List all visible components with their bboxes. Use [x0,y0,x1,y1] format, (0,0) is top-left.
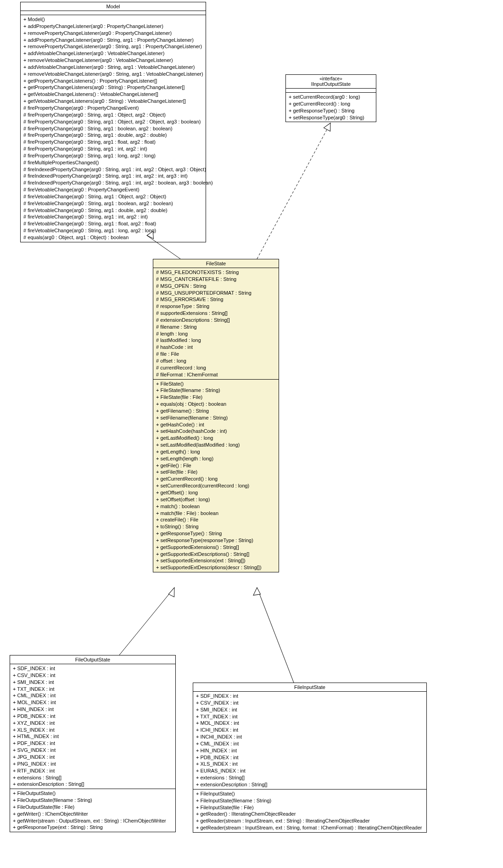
uml-member: + getSupportedExtDescriptions() : String… [156,551,276,558]
uml-member: # MSG_OPEN : String [156,283,276,290]
uml-member: # fireIndexedPropertyChange(arg0 : Strin… [23,173,203,179]
uml-member: + extensionDescription : String[] [196,781,424,788]
uml-member: + CML_INDEX : int [13,692,173,699]
uml-member: # fireIndexedPropertyChange(arg0 : Strin… [23,166,203,173]
class-filestate: FileState # MSG_FILEDONOTEXISTS : String… [153,259,279,572]
uml-member: + removePropertyChangeListener(arg0 : St… [23,43,203,50]
uml-member: + JPG_INDEX : int [13,754,173,761]
uml-member: # fireVetoableChange(arg0 : String, arg1… [23,213,203,220]
uml-member: + SMI_INDEX : int [196,706,424,713]
uml-member: # responseType : String [156,303,276,310]
uml-member: + getWriter(stream : OutputStream, ext :… [13,818,173,824]
uml-member: + removePropertyChangeListener(arg0 : Pr… [23,30,203,37]
uml-member: + SMI_INDEX : int [13,679,173,686]
uml-member: + Model() [23,16,203,23]
uml-member: + SVG_INDEX : int [13,747,173,754]
uml-member: + getReader() : IIteratingChemObjectRead… [196,811,424,818]
uml-member: + getLastModified() : long [156,435,276,442]
uml-member: + setOffset(offset : long) [156,496,276,503]
uml-member: + PNG_INDEX : int [13,761,173,767]
uml-member: # fireVetoableChange(arg0 : String, arg1… [23,207,203,214]
uml-member: # equals(arg0 : Object, arg1 : Object) :… [23,234,203,241]
uml-member: # fireVetoableChange(arg0 : PropertyChan… [23,186,203,193]
uml-member: # MSG_ERRORSAVE : String [156,296,276,303]
uml-member: # fileFormat : IChemFormat [156,371,276,378]
uml-member: # length : long [156,330,276,337]
operations-section: + FileState()+ FileState(filename : Stri… [153,380,279,572]
class-fileinputstate: FileInputState + SDF_INDEX : int+ CSV_IN… [193,683,427,833]
uml-member: + getCurrentRecord() : long [156,476,276,482]
uml-member: # lastModified : long [156,337,276,344]
uml-member: + setFile(file : File) [156,469,276,476]
uml-member: + PDF_INDEX : int [13,740,173,747]
uml-member: + match() : boolean [156,503,276,510]
uml-member: # firePropertyChange(arg0 : String, arg1… [23,132,203,139]
uml-member: + CSV_INDEX : int [13,672,173,679]
class-name: IInputOutputState [311,81,351,87]
svg-line-2 [257,123,330,259]
class-title: FileOutputState [10,655,175,664]
uml-member: + toString() : String [156,523,276,530]
uml-member: + setFilename(filename : String) [156,414,276,421]
uml-member: + FileInputState() [196,790,424,797]
attributes-section: # MSG_FILEDONOTEXISTS : String# MSG_CANT… [153,268,279,380]
attributes-section: + SDF_INDEX : int+ CSV_INDEX : int+ SMI_… [10,664,175,789]
uml-member: + SDF_INDEX : int [196,693,424,700]
uml-member: # MSG_CANTCREATEFILE : String [156,276,276,283]
class-model: Model + Model()+ addPropertyChangeListen… [20,2,206,242]
uml-member: # firePropertyChange(arg0 : PropertyChan… [23,105,203,112]
uml-member: + getFile() : File [156,462,276,469]
uml-member: + getResponseType() : String [156,530,276,537]
svg-line-6 [257,588,294,683]
uml-member: + setCurrentRecord(arg0 : long) [289,94,373,101]
uml-member: + XLS_INDEX : int [13,727,173,734]
uml-member: + FileOutputState() [13,790,173,797]
uml-member: + getCurrentRecord() : long [289,101,373,107]
class-iinputoutputstate: «interface» IInputOutputState + setCurre… [285,74,376,122]
uml-member: # firePropertyChange(arg0 : String, arg1… [23,139,203,146]
uml-member: + FileState(filename : String) [156,387,276,394]
uml-member: + removeVetoableChangeListener(arg0 : Ve… [23,57,203,64]
uml-member: + removeVetoableChangeListener(arg0 : St… [23,71,203,78]
uml-member: # supportedExtensions : String[] [156,310,276,317]
uml-member: + FileState() [156,381,276,387]
uml-member: + createFile() : File [156,516,276,523]
uml-member: + ICHI_INDEX : int [196,727,424,734]
uml-member: + addPropertyChangeListener(arg0 : Strin… [23,37,203,44]
uml-member: # MSG_UNSUPPORTEDFORMAT : String [156,290,276,297]
uml-member: # firePropertyChange(arg0 : String, arg1… [23,152,203,159]
uml-member: + INCHI_INDEX : int [196,734,424,740]
uml-member: + getSupportedExtensions() : String[] [156,544,276,551]
svg-marker-5 [168,588,176,598]
uml-member: + addPropertyChangeListener(arg0 : Prope… [23,23,203,30]
uml-member: + setResponseType(responseType : String) [156,537,276,544]
uml-member: + MOL_INDEX : int [196,720,424,727]
uml-member: + FileOutputState(file : File) [13,804,173,811]
uml-member: # fireVetoableChange(arg0 : String, arg1… [23,227,203,234]
uml-member: + PDB_INDEX : int [13,713,173,720]
uml-member: + setLastModified(lastModified : long) [156,442,276,448]
operations-section: + Model()+ addPropertyChangeListener(arg… [21,15,206,242]
uml-member: + XYZ_INDEX : int [13,720,173,727]
uml-member: + TXT_INDEX : int [13,686,173,693]
uml-member: + FileInputState(filename : String) [196,797,424,804]
uml-member: + getOffset() : long [156,489,276,496]
uml-member: + getVetoableChangeListeners(arg0 : Stri… [23,98,203,105]
svg-line-4 [119,588,174,655]
uml-member: + addVetoableChangeListener(arg0 : Vetoa… [23,50,203,57]
operations-section: + FileOutputState()+ FileOutputState(fil… [10,789,175,832]
operations-section: + FileInputState()+ FileInputState(filen… [193,790,426,832]
uml-member: # firePropertyChange(arg0 : String, arg1… [23,125,203,132]
uml-member: + extensions : String[] [196,774,424,781]
uml-member: + setHashCode(hashCode : int) [156,428,276,435]
operations-section: + setCurrentRecord(arg0 : long)+ getCurr… [286,93,376,122]
uml-member: + TXT_INDEX : int [196,713,424,720]
uml-member: + getResponseType() : String [289,107,373,114]
uml-member: # MSG_FILEDONOTEXISTS : String [156,269,276,276]
uml-member: + CSV_INDEX : int [196,700,424,706]
svg-marker-3 [324,121,334,131]
svg-marker-7 [253,587,262,596]
attributes-section [21,11,206,15]
uml-member: # fireVetoableChange(arg0 : String, arg1… [23,200,203,207]
uml-member: # extensionDescriptions : String[] [156,317,276,324]
